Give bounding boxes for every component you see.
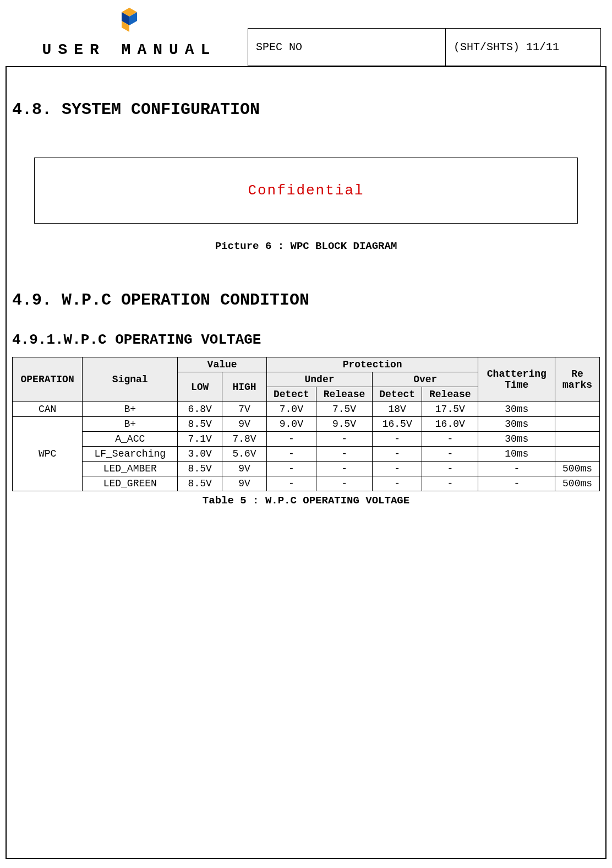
cell-over-detect: 16.5V <box>373 417 422 432</box>
cell-signal: LED_GREEN <box>83 476 178 491</box>
operating-voltage-table: OPERATION Signal Value Protection Chatte… <box>12 357 600 491</box>
col-protection: Protection <box>266 357 478 372</box>
confidential-label: Confidential <box>248 182 364 199</box>
cell-low: 3.0V <box>178 447 222 462</box>
col-over: Over <box>373 372 478 387</box>
cell-signal: LF_Searching <box>83 447 178 462</box>
col-value: Value <box>178 357 267 372</box>
section-4-9-1-heading: 4.9.1.W.P.C OPERATING VOLTAGE <box>7 315 605 354</box>
table-row: LED_GREEN 8.5V 9V - - - - - 500ms <box>13 476 600 491</box>
cell-remarks <box>555 417 600 432</box>
header-left: USER MANUAL <box>11 6 248 66</box>
section-4-9-heading: 4.9. W.P.C OPERATION CONDITION <box>7 280 605 315</box>
cell-over-release: - <box>422 462 478 476</box>
col-under: Under <box>266 372 372 387</box>
picture-6-caption: Picture 6 : WPC BLOCK DIAGRAM <box>7 240 605 252</box>
cell-under-detect: 7.0V <box>266 402 316 417</box>
cell-high: 9V <box>222 462 267 476</box>
cell-under-release: - <box>316 462 372 476</box>
cell-high: 9V <box>222 417 267 432</box>
col-remarks: Re marks <box>555 357 600 402</box>
header-info-table: SPEC NO (SHT/SHTS) 11/11 <box>248 28 601 66</box>
cell-signal: A_ACC <box>83 432 178 447</box>
cell-over-release: 16.0V <box>422 417 478 432</box>
cell-high: 9V <box>222 476 267 491</box>
sheet-count-cell: (SHT/SHTS) 11/11 <box>445 29 600 66</box>
col-low: LOW <box>178 372 222 402</box>
cell-low: 7.1V <box>178 432 222 447</box>
cell-low: 6.8V <box>178 402 222 417</box>
cell-chattering: 30ms <box>478 417 555 432</box>
cell-over-detect: - <box>373 476 422 491</box>
cell-remarks: 500ms <box>555 462 600 476</box>
table-row: LED_AMBER 8.5V 9V - - - - - 500ms <box>13 462 600 476</box>
cell-signal: B+ <box>83 417 178 432</box>
col-chattering: Chattering Time <box>478 357 555 402</box>
document-header: USER MANUAL SPEC NO (SHT/SHTS) 11/11 <box>0 0 612 66</box>
col-signal: Signal <box>83 357 178 402</box>
block-diagram-placeholder: Confidential <box>34 158 578 224</box>
col-over-release: Release <box>422 387 478 402</box>
section-4-8-heading: 4.8. SYSTEM CONFIGURATION <box>7 89 605 124</box>
cell-chattering: 10ms <box>478 447 555 462</box>
cell-under-detect: - <box>266 462 316 476</box>
cell-chattering: - <box>478 476 555 491</box>
cell-chattering: 30ms <box>478 402 555 417</box>
cell-over-release: - <box>422 432 478 447</box>
page-body: 4.8. SYSTEM CONFIGURATION Confidential P… <box>6 66 606 859</box>
cell-high: 5.6V <box>222 447 267 462</box>
cell-signal: B+ <box>83 402 178 417</box>
col-under-detect: Detect <box>266 387 316 402</box>
cell-chattering: 30ms <box>478 432 555 447</box>
cell-remarks <box>555 447 600 462</box>
logo-icon <box>115 6 144 37</box>
cell-under-release: - <box>316 447 372 462</box>
col-over-detect: Detect <box>373 387 422 402</box>
table-5-caption: Table 5 : W.P.C OPERATING VOLTAGE <box>7 495 605 507</box>
cell-over-detect: - <box>373 462 422 476</box>
cell-under-detect: 9.0V <box>266 417 316 432</box>
cell-under-detect: - <box>266 447 316 462</box>
table-row: WPC B+ 8.5V 9V 9.0V 9.5V 16.5V 16.0V 30m… <box>13 417 600 432</box>
cell-signal: LED_AMBER <box>83 462 178 476</box>
cell-over-release: - <box>422 447 478 462</box>
cell-over-release: 17.5V <box>422 402 478 417</box>
cell-high: 7V <box>222 402 267 417</box>
cell-under-release: - <box>316 476 372 491</box>
document-title: USER MANUAL <box>11 41 248 66</box>
cell-low: 8.5V <box>178 462 222 476</box>
cell-operation: WPC <box>13 417 83 491</box>
spec-no-cell: SPEC NO <box>248 29 446 66</box>
col-under-release: Release <box>316 387 372 402</box>
cell-low: 8.5V <box>178 417 222 432</box>
cell-under-detect: - <box>266 432 316 447</box>
col-operation: OPERATION <box>13 357 83 402</box>
cell-over-detect: 18V <box>373 402 422 417</box>
cell-low: 8.5V <box>178 476 222 491</box>
cell-operation: CAN <box>13 402 83 417</box>
cell-remarks: 500ms <box>555 476 600 491</box>
cell-high: 7.8V <box>222 432 267 447</box>
cell-over-release: - <box>422 476 478 491</box>
col-high: HIGH <box>222 372 267 402</box>
table-row: CAN B+ 6.8V 7V 7.0V 7.5V 18V 17.5V 30ms <box>13 402 600 417</box>
cell-under-release: 7.5V <box>316 402 372 417</box>
cell-under-release: 9.5V <box>316 417 372 432</box>
cell-remarks <box>555 402 600 417</box>
cell-remarks <box>555 432 600 447</box>
cell-under-release: - <box>316 432 372 447</box>
table-row: A_ACC 7.1V 7.8V - - - - 30ms <box>13 432 600 447</box>
cell-over-detect: - <box>373 432 422 447</box>
cell-chattering: - <box>478 462 555 476</box>
cell-under-detect: - <box>266 476 316 491</box>
table-row: LF_Searching 3.0V 5.6V - - - - 10ms <box>13 447 600 462</box>
cell-over-detect: - <box>373 447 422 462</box>
